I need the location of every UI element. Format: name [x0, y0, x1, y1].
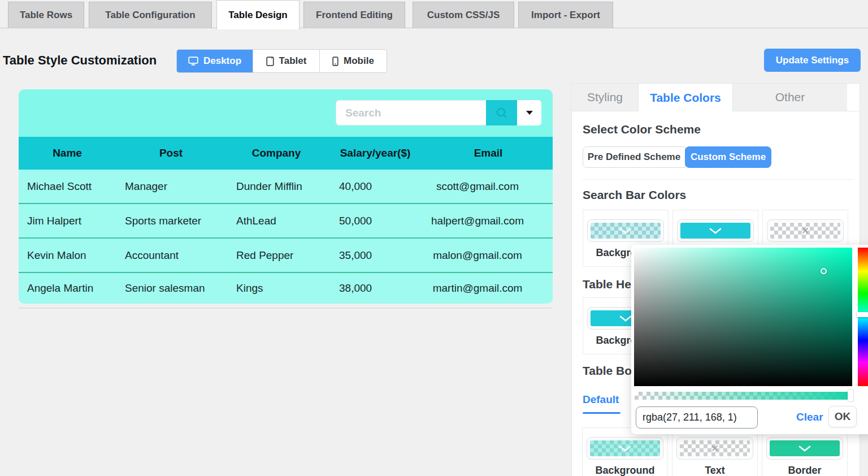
column-header: Salary/year($): [327, 147, 424, 159]
cell-name: Jim Halpert: [19, 215, 116, 227]
tab-table-configuration[interactable]: Table Configuration: [89, 2, 212, 28]
search-dropdown-button[interactable]: [517, 100, 541, 126]
device-label: Mobile: [344, 55, 374, 67]
color-swatch-button[interactable]: ✕: [767, 219, 844, 242]
clear-link[interactable]: Clear: [796, 411, 823, 423]
device-label: Desktop: [203, 55, 241, 67]
cell-salary: 35,000: [327, 249, 424, 262]
alpha-slider-handle[interactable]: [848, 390, 853, 401]
caret-down-icon: [526, 111, 533, 115]
cell-post: Manager: [116, 180, 226, 193]
table-row: Jim Halpert Sports marketer AthLead 50,0…: [19, 203, 553, 237]
tab-custom-css-js[interactable]: Custom CSS/JS: [413, 2, 514, 28]
desktop-icon: [188, 57, 198, 66]
cell-post: Accountant: [116, 249, 226, 262]
device-tablet-button[interactable]: Tablet: [253, 50, 319, 72]
column-header: Name: [19, 147, 116, 159]
tab-import-export[interactable]: Import - Export: [518, 2, 613, 28]
tab-frontend-editing[interactable]: Frontend Editing: [303, 2, 405, 28]
scheme-toggle: Pre Defined Scheme Custom Scheme: [583, 146, 771, 168]
color-swatch-button[interactable]: [766, 437, 843, 460]
cell-salary: 40,000: [327, 180, 424, 193]
table-row: Kevin Malon Accountant Red Pepper 35,000…: [19, 237, 553, 272]
custom-scheme-button[interactable]: Custom Scheme: [685, 146, 771, 168]
scheme-heading: Select Color Scheme: [583, 123, 701, 136]
x-icon: ✕: [711, 443, 719, 455]
device-mobile-button[interactable]: Mobile: [319, 50, 387, 72]
cell-salary: 50,000: [327, 215, 424, 227]
cell-email: halpert@gmail.com: [424, 215, 553, 227]
cell-name: Kevin Malon: [19, 249, 116, 262]
column-header: Company: [226, 147, 327, 159]
color-picker-popup: Clear OK: [631, 245, 868, 434]
cell-post: Sports marketer: [116, 215, 226, 227]
saturation-cursor[interactable]: [821, 268, 827, 274]
cell-salary: 38,000: [327, 282, 424, 295]
table-row: Angela Martin Senior salesman Kings 38,0…: [19, 272, 553, 304]
chevron-down-icon: [709, 228, 722, 234]
cell-name: Angela Martin: [19, 282, 116, 295]
tab-label: Custom CSS/JS: [427, 10, 500, 21]
color-cell-border: Border: [762, 427, 848, 476]
cell-email: scott@gmail.com: [424, 180, 553, 193]
search-bar-colors-heading: Search Bar Colors: [583, 188, 686, 201]
cell-post: Senior salesman: [116, 282, 226, 295]
tab-label: Other: [775, 90, 805, 104]
predefined-scheme-button[interactable]: Pre Defined Scheme: [583, 146, 685, 168]
table-row: Michael Scott Manager Dunder Mifflin 40,…: [19, 170, 553, 203]
table-body-colors-group: Background ✕ Text Border: [582, 427, 848, 476]
update-settings-button[interactable]: Update Settings: [764, 49, 861, 72]
tab-table-colors[interactable]: Table Colors: [639, 84, 732, 111]
chevron-down-icon: [798, 445, 811, 452]
tab-label: Table Design: [228, 10, 288, 21]
cell-company: Red Pepper: [226, 249, 327, 262]
tab-table-design[interactable]: Table Design: [216, 0, 300, 29]
tab-label: Import - Export: [531, 10, 600, 21]
preview-bottom-divider: [19, 308, 553, 309]
tab-label: Styling: [587, 90, 623, 104]
color-value-input[interactable]: [636, 406, 758, 429]
cell-company: Kings: [226, 282, 327, 295]
swatch-label: Border: [788, 465, 821, 476]
page-title: Table Style Customization: [3, 53, 157, 68]
x-icon: ✕: [801, 225, 809, 237]
column-header: Post: [116, 147, 226, 159]
device-label: Tablet: [279, 55, 307, 67]
subtab-default[interactable]: Default: [583, 393, 619, 406]
chevron-down-icon: [619, 315, 632, 322]
subtab-active-indicator: [583, 412, 620, 414]
tab-styling[interactable]: Styling: [572, 84, 639, 111]
color-swatch-button[interactable]: [587, 219, 664, 242]
color-swatch-button[interactable]: ✕: [676, 437, 753, 460]
alpha-slider[interactable]: [635, 392, 852, 400]
cell-email: malon@gmail.com: [424, 249, 553, 262]
color-cell-background: Background: [582, 427, 668, 476]
panel-tabs: Styling Table Colors Other: [572, 84, 860, 111]
tab-table-rows[interactable]: Table Rows: [8, 2, 84, 28]
chevron-down-icon: [619, 228, 632, 234]
swatch-label: Text: [705, 465, 725, 476]
hue-slider-handle[interactable]: [857, 312, 868, 317]
swatch-label: Background: [595, 465, 654, 476]
search-input[interactable]: [336, 100, 486, 126]
tab-other[interactable]: Other: [732, 84, 847, 111]
saturation-area[interactable]: [634, 248, 852, 386]
search-button[interactable]: [486, 100, 517, 126]
tab-label: Table Configuration: [105, 10, 195, 21]
preview-table-header: Name Post Company Salary/year($) Email: [19, 137, 553, 170]
ok-button[interactable]: OK: [828, 406, 857, 427]
device-toggle-group: Desktop Tablet Mobile: [176, 49, 387, 73]
mobile-icon: [332, 57, 338, 66]
cell-company: Dunder Mifflin: [226, 180, 327, 193]
tab-label: Frontend Editing: [316, 10, 393, 21]
search-icon: [496, 107, 508, 119]
table-preview: Name Post Company Salary/year($) Email M…: [19, 89, 553, 304]
column-header: Email: [424, 147, 553, 159]
hue-slider[interactable]: [858, 248, 868, 386]
device-desktop-button[interactable]: Desktop: [177, 50, 253, 72]
tab-label: Table Colors: [650, 91, 721, 105]
color-swatch-button[interactable]: [677, 219, 754, 242]
cell-company: AthLead: [226, 215, 327, 227]
search-bar: [336, 100, 541, 126]
color-swatch-button[interactable]: [587, 437, 663, 460]
